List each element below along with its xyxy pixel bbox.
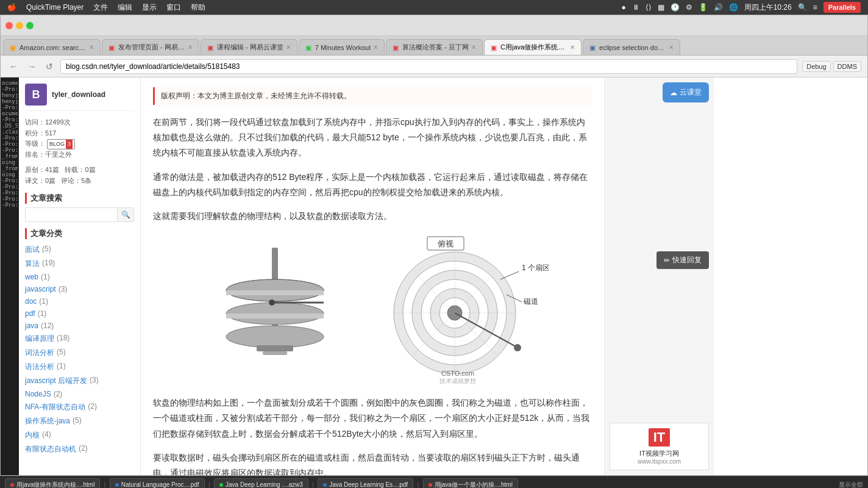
debug-button[interactable]: Debug <box>802 61 830 72</box>
category-item[interactable]: 语法分析 (1) <box>25 360 134 374</box>
category-item[interactable]: NodeJS (2) <box>25 388 134 400</box>
category-item[interactable]: 编译原理 (18) <box>25 332 134 346</box>
quick-reply-button[interactable]: ✏ 快速回复 <box>656 251 709 269</box>
traffic-lights <box>5 22 34 29</box>
search-input[interactable] <box>26 209 117 221</box>
tab-label-algo: 算法概论答案 - 豆丁网 <box>402 43 469 52</box>
quick-reply-area: ✏ 快速回复 <box>656 251 709 269</box>
tab-csdn-active[interactable]: ▣ C用java做操作系统内核... ✕ <box>484 39 582 55</box>
refresh-button[interactable]: ↺ <box>43 60 55 73</box>
article-para3: 这就需要我们理解软盘的物理结构，以及软盘的数据读取方法。 <box>153 209 592 224</box>
tab-eclipse[interactable]: ▣ eclipse selection doc... ✕ <box>583 39 680 55</box>
tab-close-eclipse[interactable]: ✕ <box>669 44 674 51</box>
side-view-diagram <box>196 242 354 378</box>
taskbar-sep-2: | <box>208 480 210 488</box>
pause-icon[interactable]: ⏸ <box>632 3 639 12</box>
search-button[interactable]: 🔍 <box>117 208 134 221</box>
tab-close-publish[interactable]: ✕ <box>188 44 193 51</box>
menu-window[interactable]: 窗口 <box>166 2 181 13</box>
category-item[interactable]: java (12) <box>25 320 134 332</box>
grid-icon[interactable]: ▦ <box>658 3 664 12</box>
parallels-badge[interactable]: Parallels <box>824 2 861 13</box>
category-item[interactable]: javascript (3) <box>25 283 134 295</box>
search-section-title: 文章搜索 <box>25 193 134 204</box>
article-para1: 在前两节，我们将一段代码通过软盘加载到了系统内存中，并指示cpu执行加入到内存的… <box>153 115 592 161</box>
menu-icon[interactable]: ≡ <box>813 3 817 12</box>
article-para5: 要读取数据时，磁头会挪动到扇区所在的磁道或柱面，然后盘面转动，当要读取的扇区转到… <box>153 450 592 475</box>
tab-close-algo[interactable]: ✕ <box>471 44 476 51</box>
tab-amazon[interactable]: ▣ Amazon.com: search... ✕ <box>3 39 101 55</box>
back-button[interactable]: ← <box>7 60 20 73</box>
close-button[interactable] <box>5 22 13 29</box>
mac-menu-left: 🍎 QuickTime Player 文件 编辑 显示 窗口 帮助 <box>7 2 205 13</box>
category-item[interactable]: NFA-有限状态自动 (2) <box>25 400 134 414</box>
taskbar-label-5: 用java做一个最小的操....html <box>435 481 513 489</box>
address-input[interactable] <box>60 59 797 74</box>
svg-rect-5 <box>226 314 324 318</box>
taskbar-item-2[interactable]: Natural Language Proc....pdf <box>110 478 205 489</box>
browser-content: ocument -Pro: henyj henyj -Pro: ocument … <box>1 77 867 475</box>
category-item[interactable]: 内核 (4) <box>25 428 134 442</box>
copyright-notice: 版权声明：本文为博主原创文章，未经博主允许不得转载。 <box>153 87 592 105</box>
forward-button[interactable]: → <box>25 60 38 73</box>
svg-text:俯视: 俯视 <box>438 239 454 248</box>
category-item[interactable]: 操作系统-java (5) <box>25 414 134 428</box>
tab-label-eclipse: eclipse selection doc... <box>599 44 666 51</box>
tab-workout[interactable]: ▣ 7 Minutes Workout ✕ <box>299 39 385 55</box>
tab-label-publish: 发布管理页面 - 网易云... <box>118 43 185 52</box>
skip-icon[interactable]: ⟨⟩ <box>646 3 652 12</box>
show-all-button[interactable]: 显示全部 <box>839 481 863 489</box>
apple-menu[interactable]: 🍎 <box>7 3 16 12</box>
svg-text:磁道: 磁道 <box>523 297 538 306</box>
battery-icon: 🔋 <box>699 3 708 12</box>
left-terminal-panel: ocument -Pro: henyj henyj -Pro: ocument … <box>1 77 19 475</box>
browser-titlebar <box>1 15 867 36</box>
category-item[interactable]: 词法分析 (5) <box>25 346 134 360</box>
cloud-icon: ☁ <box>670 88 677 97</box>
category-item[interactable]: 有限状态自动机 (2) <box>25 442 134 456</box>
maximize-button[interactable] <box>26 22 34 29</box>
menu-display[interactable]: 显示 <box>142 2 157 13</box>
tab-close-workout[interactable]: ✕ <box>373 44 378 51</box>
taskbar-label-1: 用java做操作系统内核....html <box>16 481 94 489</box>
tab-close-amazon[interactable]: ✕ <box>89 44 94 51</box>
minimize-button[interactable] <box>16 22 23 29</box>
taskbar-dot-4 <box>323 483 327 487</box>
tab-favicon-csdn: ▣ <box>491 44 498 51</box>
ddms-button[interactable]: DDMS <box>833 61 861 72</box>
category-item[interactable]: javascript 后端开发 (3) <box>25 374 134 388</box>
it-site-url: www.itspxx.com <box>615 458 703 465</box>
taskbar-item-5[interactable]: 用java做一个最小的操....html <box>423 478 518 489</box>
category-item[interactable]: 算法 (19) <box>25 257 134 271</box>
taskbar: 用java做操作系统内核....html | Natural Language … <box>0 476 868 488</box>
category-item[interactable]: web (1) <box>25 271 134 283</box>
svg-point-8 <box>269 300 275 306</box>
tab-course[interactable]: ▣ 课程编辑 - 网易云课堂 ✕ <box>201 39 297 55</box>
category-item[interactable]: 面试 (5) <box>25 243 134 257</box>
tab-favicon-algo: ▣ <box>393 44 400 51</box>
tab-close-csdn[interactable]: ✕ <box>570 44 575 51</box>
clock-icon: 🕐 <box>671 3 680 12</box>
svg-rect-10 <box>263 351 287 355</box>
category-item[interactable]: pdf (1) <box>25 307 134 320</box>
tab-close-course[interactable]: ✕ <box>286 44 291 51</box>
ide-buttons: Debug DDMS <box>802 61 861 72</box>
cloud-classroom-label: 云课堂 <box>680 87 702 98</box>
it-site-label: IT视频学习网 <box>615 449 703 458</box>
menu-help[interactable]: 帮助 <box>191 2 205 13</box>
taskbar-dot-2 <box>115 483 119 487</box>
menu-file[interactable]: 文件 <box>93 2 108 13</box>
tab-publish[interactable]: ▣ 发布管理页面 - 网易云... ✕ <box>102 39 199 55</box>
disk-side-svg <box>196 242 354 376</box>
app-name[interactable]: QuickTime Player <box>26 3 84 12</box>
taskbar-item-4[interactable]: Java Deep Learning Es....pdf <box>318 478 413 489</box>
tab-algo[interactable]: ▣ 算法概论答案 - 豆丁网 ✕ <box>386 39 483 55</box>
taskbar-item-3[interactable]: Java Deep Learning ....azw3 <box>214 478 308 489</box>
category-item[interactable]: doc (1) <box>25 295 134 307</box>
svg-point-6 <box>226 326 324 348</box>
menu-edit[interactable]: 编辑 <box>118 2 132 13</box>
taskbar-item-1[interactable]: 用java做操作系统内核....html <box>5 478 100 489</box>
volume-icon[interactable]: 🔊 <box>714 3 723 12</box>
search-icon[interactable]: 🔍 <box>798 3 807 12</box>
cloud-classroom-button[interactable]: ☁ 云课堂 <box>663 82 709 102</box>
